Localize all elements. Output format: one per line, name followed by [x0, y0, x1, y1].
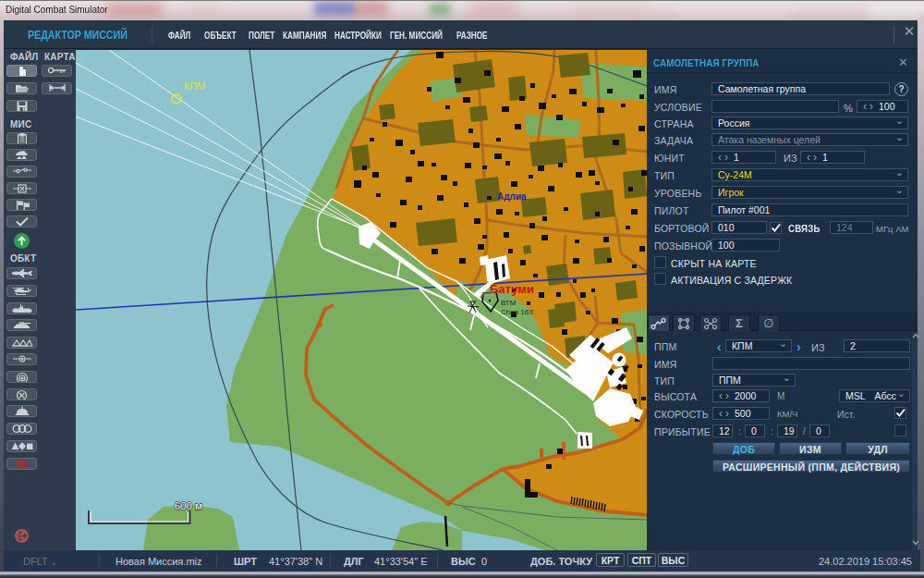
svg-text:КПМ: КПМ [184, 80, 205, 92]
svg-text:Chan 16X: Chan 16X [501, 308, 534, 316]
svg-text:600 м: 600 м [175, 500, 202, 511]
svg-text:Батуми: Батуми [490, 282, 534, 296]
svg-text:Адлиа: Адлиа [497, 191, 527, 202]
svg-text:ИРЛ: ИРЛ [480, 290, 493, 297]
svg-text:ВТМ: ВТМ [501, 299, 517, 307]
